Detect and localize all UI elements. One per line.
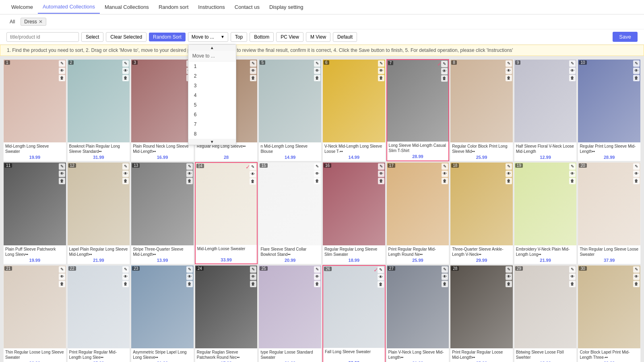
- delete-icon[interactable]: 🗑: [250, 281, 256, 287]
- delete-icon[interactable]: 🗑: [633, 281, 640, 287]
- product-card[interactable]: 19 ✎ 👁 🗑 Embroidery V-Neck Plain Mid-Len…: [514, 162, 577, 264]
- eye-icon[interactable]: 👁: [441, 68, 448, 74]
- product-card[interactable]: 3 ✎ 👁 🗑 Plain Round Neck Long Sleeve Mid…: [131, 59, 194, 161]
- dropdown-item-2[interactable]: 2: [188, 71, 236, 81]
- edit-icon[interactable]: ✎: [378, 60, 384, 67]
- product-card[interactable]: 12 ✎ 👁 🗑 Lapel Plain Regular Long Sleeve…: [67, 162, 130, 264]
- edit-icon[interactable]: ✎: [569, 266, 576, 273]
- eye-icon[interactable]: 👁: [569, 274, 576, 280]
- delete-icon[interactable]: 🗑: [314, 75, 320, 81]
- product-card[interactable]: 21 ✎ 👁 🗑 Thin Regular Loose Long Sleeve …: [3, 265, 66, 362]
- edit-icon[interactable]: ✎: [378, 163, 384, 170]
- delete-icon[interactable]: 🗑: [378, 75, 384, 81]
- dropdown-item-6[interactable]: 6: [188, 110, 236, 119]
- nav-item-random-sort[interactable]: Random sort: [154, 1, 193, 13]
- delete-icon[interactable]: 🗑: [59, 281, 65, 287]
- product-card[interactable]: 28 ✎ 👁 🗑 Print Regular Regular Loose Mid…: [450, 265, 513, 362]
- product-card[interactable]: 20 ✎ 👁 🗑 Thin Regular Long Sleeve Loose …: [578, 162, 641, 264]
- product-card[interactable]: 24 ✎ 👁 🗑 Regular Raglan Sleeve Patchwork…: [195, 265, 258, 362]
- eye-icon[interactable]: 👁: [59, 274, 65, 280]
- filter-tag-dress[interactable]: Dress ✕: [21, 18, 46, 26]
- eye-icon[interactable]: 👁: [569, 171, 576, 177]
- dropdown-item-4[interactable]: 4: [188, 90, 236, 100]
- nav-item-automated-collections[interactable]: Automated Collections: [38, 0, 100, 14]
- default-button[interactable]: Default: [333, 32, 357, 42]
- move-to-button[interactable]: Move to ... ▼: [188, 32, 228, 42]
- eye-icon[interactable]: 👁: [59, 171, 65, 177]
- eye-icon[interactable]: 👁: [569, 68, 576, 74]
- dropdown-item-3[interactable]: 3: [188, 81, 236, 90]
- edit-icon[interactable]: ✎: [506, 266, 512, 273]
- product-card[interactable]: 15 ✎ 👁 🗑 Flare Sleeve Stand Collar Bowkn…: [258, 162, 322, 264]
- edit-icon[interactable]: ✎: [314, 163, 320, 170]
- edit-icon[interactable]: ✎: [122, 163, 129, 170]
- edit-icon[interactable]: ✎: [314, 266, 320, 273]
- product-card[interactable]: 6 ✎ 👁 🗑 V-Neck Mid-Length Long Sleeve Lo…: [322, 59, 386, 161]
- eye-icon[interactable]: 👁: [122, 274, 129, 280]
- edit-icon[interactable]: ✎: [506, 163, 512, 170]
- delete-icon[interactable]: 🗑: [122, 178, 129, 184]
- product-card[interactable]: 14 ✓ ✎ 👁 🗑 Mid-Length Loose Sweater 33.9…: [195, 162, 258, 264]
- delete-icon[interactable]: 🗑: [633, 178, 640, 184]
- product-card[interactable]: 13 ✎ 👁 🗑 Stripe Three-Quarter Sleeve Mid…: [131, 162, 194, 264]
- eye-icon[interactable]: 👁: [378, 171, 384, 177]
- product-card[interactable]: 1 ✎ 👁 🗑 Mid-Length Long Sleeve Sweater 1…: [3, 59, 66, 161]
- delete-icon[interactable]: 🗑: [59, 178, 65, 184]
- eye-icon[interactable]: 👁: [378, 274, 384, 280]
- eye-icon[interactable]: 👁: [250, 68, 256, 74]
- product-card[interactable]: 26 ✓ ✎ 👁 🗑 Fall Long Sleeve Sweater 22.9…: [322, 265, 386, 362]
- random-sort-button[interactable]: Random Sort: [149, 33, 186, 41]
- nav-item-contact-us[interactable]: Contact us: [230, 1, 264, 13]
- filter-all[interactable]: All: [6, 18, 18, 25]
- delete-icon[interactable]: 🗑: [314, 178, 320, 184]
- eye-icon[interactable]: 👁: [314, 274, 320, 280]
- eye-icon[interactable]: 👁: [378, 68, 384, 74]
- top-button[interactable]: Top: [231, 32, 247, 42]
- delete-icon[interactable]: 🗑: [250, 178, 256, 185]
- edit-icon[interactable]: ✎: [506, 60, 512, 67]
- product-card[interactable]: 22 ✎ 👁 🗑 Print Regular Regular Mid-Lengt…: [67, 265, 130, 362]
- product-card[interactable]: 18 ✎ 👁 🗑 Three-Quarter Sleeve Ankle-Leng…: [450, 162, 513, 264]
- edit-icon[interactable]: ✎: [569, 60, 576, 67]
- nav-item-manual-collections[interactable]: Manual Collections: [100, 1, 154, 13]
- edit-icon[interactable]: ✎: [633, 163, 640, 170]
- eye-icon[interactable]: 👁: [250, 171, 256, 177]
- delete-icon[interactable]: 🗑: [186, 178, 193, 184]
- edit-icon[interactable]: ✎: [59, 163, 65, 170]
- delete-icon[interactable]: 🗑: [378, 178, 384, 184]
- edit-icon[interactable]: ✎: [122, 60, 129, 67]
- edit-icon[interactable]: ✎: [250, 164, 256, 170]
- product-card[interactable]: 2 ✎ 👁 🗑 Bowknot Plain Regular Long Sleev…: [67, 59, 130, 161]
- product-card[interactable]: 16 ✎ 👁 🗑 Regular Regular Long Sleeve Sli…: [322, 162, 386, 264]
- eye-icon[interactable]: 👁: [122, 68, 129, 74]
- edit-icon[interactable]: ✎: [378, 267, 384, 273]
- delete-icon[interactable]: 🗑: [314, 281, 320, 287]
- product-card[interactable]: 17 ✎ 👁 🗑 Print Regular Regular Mid-Lengt…: [386, 162, 450, 264]
- delete-icon[interactable]: 🗑: [122, 75, 129, 81]
- delete-icon[interactable]: 🗑: [442, 178, 448, 184]
- delete-icon[interactable]: 🗑: [506, 281, 512, 287]
- pc-view-button[interactable]: PC View: [276, 32, 303, 42]
- edit-icon[interactable]: ✎: [442, 163, 448, 170]
- dropdown-item-7[interactable]: 7: [188, 119, 236, 129]
- delete-icon[interactable]: 🗑: [59, 75, 65, 81]
- bottom-button[interactable]: Bottom: [250, 32, 274, 42]
- scroll-up-button[interactable]: ▲: [188, 45, 236, 51]
- eye-icon[interactable]: 👁: [506, 171, 512, 177]
- edit-icon[interactable]: ✎: [442, 266, 448, 273]
- filter-tag-close[interactable]: ✕: [39, 19, 43, 25]
- dropdown-item-1[interactable]: 1: [188, 62, 236, 71]
- product-card[interactable]: 27 ✎ 👁 🗑 Plain V-Neck Long Sleeve Mid-Le…: [386, 265, 450, 362]
- eye-icon[interactable]: 👁: [633, 171, 640, 177]
- dropdown-item-5[interactable]: 5: [188, 100, 236, 110]
- delete-icon[interactable]: 🗑: [506, 178, 512, 184]
- eye-icon[interactable]: 👁: [122, 171, 129, 177]
- product-card[interactable]: 25 ✎ 👁 🗑 type Regular Loose Standard Swe…: [258, 265, 322, 362]
- edit-icon[interactable]: ✎: [122, 266, 129, 273]
- dropdown-item-8[interactable]: 8: [188, 129, 236, 139]
- edit-icon[interactable]: ✎: [250, 266, 256, 273]
- delete-icon[interactable]: 🗑: [569, 281, 576, 287]
- eye-icon[interactable]: 👁: [314, 171, 320, 177]
- product-card[interactable]: 30 ✎ 👁 🗑 Color Block Lapel Print Mid-Len…: [578, 265, 641, 362]
- delete-icon[interactable]: 🗑: [442, 281, 448, 287]
